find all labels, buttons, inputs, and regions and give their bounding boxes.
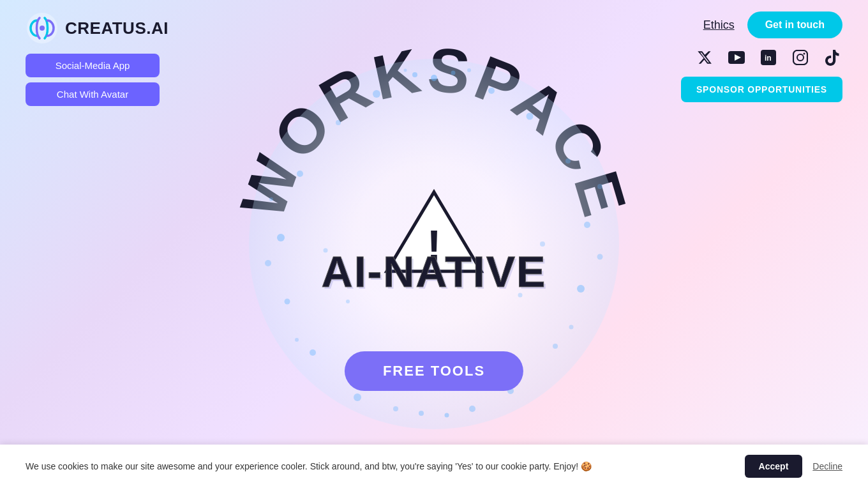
cookie-actions: Accept Decline xyxy=(745,455,842,478)
svg-point-24 xyxy=(354,393,361,401)
logo-text: CREATUS.AI xyxy=(65,19,168,38)
svg-point-38 xyxy=(295,338,299,342)
free-tools-button[interactable]: FREE TOOLS xyxy=(345,351,523,391)
svg-point-36 xyxy=(265,260,271,266)
svg-rect-6 xyxy=(793,50,807,65)
svg-point-39 xyxy=(569,325,574,330)
svg-point-35 xyxy=(269,197,273,201)
svg-text:in: in xyxy=(765,54,772,63)
cookie-banner: We use cookies to make our site awesome … xyxy=(0,445,868,488)
linkedin-icon[interactable]: in xyxy=(758,47,779,68)
social-icons: in xyxy=(694,47,842,68)
ai-native-text: AI-NATIVE xyxy=(322,247,547,296)
tiktok-icon[interactable] xyxy=(822,47,842,68)
social-media-app-button[interactable]: Social-Media App xyxy=(26,54,160,77)
creatus-logo-icon xyxy=(26,11,59,45)
svg-point-17 xyxy=(565,158,571,164)
svg-point-29 xyxy=(393,406,398,411)
svg-point-37 xyxy=(597,254,603,260)
instagram-icon[interactable] xyxy=(790,47,811,68)
svg-point-18 xyxy=(277,234,285,241)
get-in-touch-button[interactable]: Get in touch xyxy=(747,11,842,38)
svg-point-27 xyxy=(445,413,449,418)
nav-buttons: Social-Media App Chat With Avatar xyxy=(26,54,168,106)
youtube-icon[interactable] xyxy=(726,47,747,68)
svg-point-21 xyxy=(577,285,585,293)
svg-point-15 xyxy=(527,113,534,120)
svg-point-32 xyxy=(346,300,350,303)
nav-right: Ethics Get in touch in xyxy=(681,11,842,102)
accept-button[interactable]: Accept xyxy=(745,455,803,478)
svg-point-23 xyxy=(553,344,558,349)
svg-point-20 xyxy=(285,299,290,305)
decline-button[interactable]: Decline xyxy=(812,461,842,471)
cookie-message: We use cookies to make our site awesome … xyxy=(26,461,732,471)
svg-point-1 xyxy=(40,26,45,31)
svg-point-14 xyxy=(336,120,341,125)
chat-with-avatar-button[interactable]: Chat With Avatar xyxy=(26,82,160,106)
svg-point-28 xyxy=(469,406,475,412)
ethics-link[interactable]: Ethics xyxy=(703,19,735,32)
svg-point-26 xyxy=(419,411,424,416)
nav-top-row: Ethics Get in touch xyxy=(703,11,842,38)
navbar: CREATUS.AI Social-Media App Chat With Av… xyxy=(0,0,868,106)
logo-row: CREATUS.AI xyxy=(26,11,168,45)
svg-point-22 xyxy=(310,349,316,356)
logo-area: CREATUS.AI Social-Media App Chat With Av… xyxy=(26,11,168,106)
svg-point-8 xyxy=(804,53,805,55)
svg-point-19 xyxy=(584,222,590,228)
svg-point-16 xyxy=(297,171,303,177)
x-twitter-icon[interactable] xyxy=(694,47,715,68)
sponsor-opportunities-button[interactable]: SPONSOR OPPORTUNITIES xyxy=(681,77,842,102)
svg-point-34 xyxy=(597,184,602,189)
svg-point-7 xyxy=(797,54,804,61)
svg-point-31 xyxy=(540,241,545,247)
